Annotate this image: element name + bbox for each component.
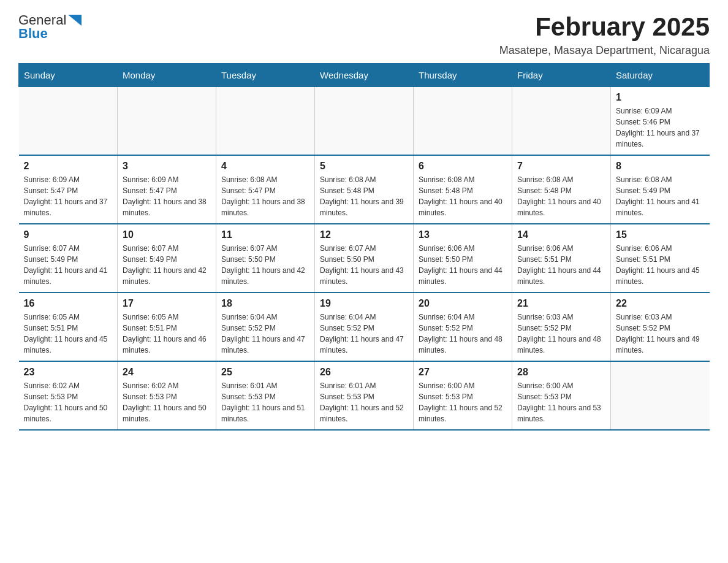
logo: General Blue	[18, 12, 82, 42]
calendar-cell: 18Sunrise: 6:04 AM Sunset: 5:52 PM Dayli…	[216, 293, 315, 361]
calendar-cell	[315, 87, 414, 156]
day-number: 26	[320, 367, 408, 378]
calendar-cell: 12Sunrise: 6:07 AM Sunset: 5:50 PM Dayli…	[315, 224, 414, 293]
calendar-cell: 16Sunrise: 6:05 AM Sunset: 5:51 PM Dayli…	[19, 293, 118, 361]
calendar-cell: 11Sunrise: 6:07 AM Sunset: 5:50 PM Dayli…	[216, 224, 315, 293]
calendar-cell: 23Sunrise: 6:02 AM Sunset: 5:53 PM Dayli…	[19, 361, 118, 430]
day-info: Sunrise: 6:03 AM Sunset: 5:52 PM Dayligh…	[616, 312, 705, 356]
day-number: 2	[24, 161, 113, 172]
weekday-header-row: SundayMondayTuesdayWednesdayThursdayFrid…	[19, 64, 710, 87]
logo-text-blue: Blue	[18, 26, 48, 42]
day-number: 28	[517, 367, 605, 378]
day-number: 8	[616, 161, 705, 172]
calendar-cell: 5Sunrise: 6:08 AM Sunset: 5:48 PM Daylig…	[315, 155, 414, 224]
day-info: Sunrise: 6:02 AM Sunset: 5:53 PM Dayligh…	[123, 380, 211, 424]
day-info: Sunrise: 6:08 AM Sunset: 5:47 PM Dayligh…	[221, 174, 309, 218]
day-number: 6	[419, 161, 507, 172]
calendar-cell: 10Sunrise: 6:07 AM Sunset: 5:49 PM Dayli…	[118, 224, 216, 293]
day-number: 22	[616, 298, 705, 309]
day-info: Sunrise: 6:08 AM Sunset: 5:48 PM Dayligh…	[419, 174, 507, 218]
calendar-week-row: 9Sunrise: 6:07 AM Sunset: 5:49 PM Daylig…	[19, 224, 710, 293]
calendar-cell: 28Sunrise: 6:00 AM Sunset: 5:53 PM Dayli…	[512, 361, 611, 430]
weekday-header-saturday: Saturday	[611, 64, 710, 87]
calendar-cell: 27Sunrise: 6:00 AM Sunset: 5:53 PM Dayli…	[414, 361, 512, 430]
day-info: Sunrise: 6:04 AM Sunset: 5:52 PM Dayligh…	[419, 312, 507, 356]
calendar-cell: 3Sunrise: 6:09 AM Sunset: 5:47 PM Daylig…	[118, 155, 216, 224]
calendar-week-row: 2Sunrise: 6:09 AM Sunset: 5:47 PM Daylig…	[19, 155, 710, 224]
day-number: 17	[123, 298, 211, 309]
day-info: Sunrise: 6:00 AM Sunset: 5:53 PM Dayligh…	[419, 380, 507, 424]
calendar-cell	[118, 87, 216, 156]
day-number: 19	[320, 298, 408, 309]
calendar-cell: 14Sunrise: 6:06 AM Sunset: 5:51 PM Dayli…	[512, 224, 611, 293]
calendar-cell: 22Sunrise: 6:03 AM Sunset: 5:52 PM Dayli…	[611, 293, 710, 361]
day-info: Sunrise: 6:09 AM Sunset: 5:47 PM Dayligh…	[123, 174, 211, 218]
day-info: Sunrise: 6:00 AM Sunset: 5:53 PM Dayligh…	[517, 380, 605, 424]
day-info: Sunrise: 6:04 AM Sunset: 5:52 PM Dayligh…	[221, 312, 309, 356]
calendar-cell: 21Sunrise: 6:03 AM Sunset: 5:52 PM Dayli…	[512, 293, 611, 361]
calendar-cell: 13Sunrise: 6:06 AM Sunset: 5:50 PM Dayli…	[414, 224, 512, 293]
location: Masatepe, Masaya Department, Nicaragua	[499, 44, 710, 57]
weekday-header-tuesday: Tuesday	[216, 64, 315, 87]
calendar-table: SundayMondayTuesdayWednesdayThursdayFrid…	[18, 63, 710, 431]
day-number: 5	[320, 161, 408, 172]
title-block: February 2025 Masatepe, Masaya Departmen…	[499, 12, 710, 57]
weekday-header-thursday: Thursday	[414, 64, 512, 87]
svg-marker-0	[68, 15, 82, 26]
day-number: 12	[320, 229, 408, 240]
day-info: Sunrise: 6:08 AM Sunset: 5:49 PM Dayligh…	[616, 174, 705, 218]
day-info: Sunrise: 6:01 AM Sunset: 5:53 PM Dayligh…	[221, 380, 309, 424]
day-info: Sunrise: 6:09 AM Sunset: 5:47 PM Dayligh…	[24, 174, 113, 218]
day-number: 10	[123, 229, 211, 240]
day-info: Sunrise: 6:09 AM Sunset: 5:46 PM Dayligh…	[616, 105, 705, 150]
month-title: February 2025	[499, 12, 710, 42]
day-number: 4	[221, 161, 309, 172]
day-number: 13	[419, 229, 507, 240]
logo-triangle-icon	[68, 15, 82, 26]
day-info: Sunrise: 6:06 AM Sunset: 5:51 PM Dayligh…	[616, 243, 705, 287]
day-number: 24	[123, 367, 211, 378]
calendar-body: 1Sunrise: 6:09 AM Sunset: 5:46 PM Daylig…	[19, 87, 710, 431]
calendar-cell	[512, 87, 611, 156]
calendar-cell: 4Sunrise: 6:08 AM Sunset: 5:47 PM Daylig…	[216, 155, 315, 224]
calendar-cell: 20Sunrise: 6:04 AM Sunset: 5:52 PM Dayli…	[414, 293, 512, 361]
calendar-cell: 15Sunrise: 6:06 AM Sunset: 5:51 PM Dayli…	[611, 224, 710, 293]
day-number: 25	[221, 367, 309, 378]
calendar-week-row: 16Sunrise: 6:05 AM Sunset: 5:51 PM Dayli…	[19, 293, 710, 361]
day-info: Sunrise: 6:06 AM Sunset: 5:50 PM Dayligh…	[419, 243, 507, 287]
calendar-week-row: 23Sunrise: 6:02 AM Sunset: 5:53 PM Dayli…	[19, 361, 710, 430]
day-number: 27	[419, 367, 507, 378]
day-info: Sunrise: 6:03 AM Sunset: 5:52 PM Dayligh…	[517, 312, 605, 356]
day-info: Sunrise: 6:08 AM Sunset: 5:48 PM Dayligh…	[320, 174, 408, 218]
calendar-cell: 25Sunrise: 6:01 AM Sunset: 5:53 PM Dayli…	[216, 361, 315, 430]
day-info: Sunrise: 6:01 AM Sunset: 5:53 PM Dayligh…	[320, 380, 408, 424]
calendar-cell	[216, 87, 315, 156]
calendar-cell: 6Sunrise: 6:08 AM Sunset: 5:48 PM Daylig…	[414, 155, 512, 224]
day-number: 23	[24, 367, 113, 378]
calendar-cell	[414, 87, 512, 156]
day-number: 18	[221, 298, 309, 309]
day-info: Sunrise: 6:02 AM Sunset: 5:53 PM Dayligh…	[24, 380, 113, 424]
calendar-cell: 19Sunrise: 6:04 AM Sunset: 5:52 PM Dayli…	[315, 293, 414, 361]
calendar-cell: 8Sunrise: 6:08 AM Sunset: 5:49 PM Daylig…	[611, 155, 710, 224]
calendar-cell: 2Sunrise: 6:09 AM Sunset: 5:47 PM Daylig…	[19, 155, 118, 224]
calendar-cell: 17Sunrise: 6:05 AM Sunset: 5:51 PM Dayli…	[118, 293, 216, 361]
calendar-cell: 9Sunrise: 6:07 AM Sunset: 5:49 PM Daylig…	[19, 224, 118, 293]
page-header: General Blue February 2025 Masatepe, Mas…	[18, 12, 710, 57]
day-info: Sunrise: 6:05 AM Sunset: 5:51 PM Dayligh…	[123, 312, 211, 356]
day-number: 20	[419, 298, 507, 309]
day-info: Sunrise: 6:05 AM Sunset: 5:51 PM Dayligh…	[24, 312, 113, 356]
day-info: Sunrise: 6:07 AM Sunset: 5:49 PM Dayligh…	[24, 243, 113, 287]
day-info: Sunrise: 6:06 AM Sunset: 5:51 PM Dayligh…	[517, 243, 605, 287]
day-number: 9	[24, 229, 113, 240]
calendar-cell	[19, 87, 118, 156]
day-number: 16	[24, 298, 113, 309]
day-info: Sunrise: 6:07 AM Sunset: 5:49 PM Dayligh…	[123, 243, 211, 287]
day-number: 3	[123, 161, 211, 172]
weekday-header-monday: Monday	[118, 64, 216, 87]
day-info: Sunrise: 6:08 AM Sunset: 5:48 PM Dayligh…	[517, 174, 605, 218]
day-number: 21	[517, 298, 605, 309]
calendar-cell: 1Sunrise: 6:09 AM Sunset: 5:46 PM Daylig…	[611, 87, 710, 156]
day-info: Sunrise: 6:04 AM Sunset: 5:52 PM Dayligh…	[320, 312, 408, 356]
day-number: 7	[517, 161, 605, 172]
